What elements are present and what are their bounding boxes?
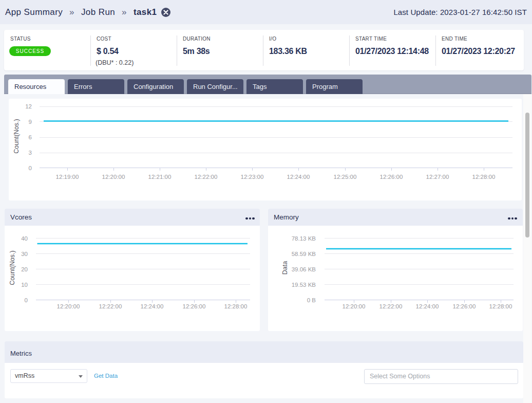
svg-text:6: 6 — [29, 134, 32, 140]
svg-text:12:22:00: 12:22:00 — [195, 174, 218, 180]
svg-text:20: 20 — [21, 266, 28, 272]
svg-text:12:20:00: 12:20:00 — [102, 174, 125, 180]
svg-text:12:20:00: 12:20:00 — [57, 303, 80, 309]
svg-text:12:28:00: 12:28:00 — [224, 303, 248, 309]
svg-text:9: 9 — [29, 119, 32, 125]
svg-text:0: 0 — [25, 297, 28, 303]
svg-text:12:28:00: 12:28:00 — [489, 303, 512, 309]
svg-text:12:26:00: 12:26:00 — [183, 303, 206, 309]
svg-text:12:22:00: 12:22:00 — [379, 303, 403, 309]
svg-text:12:20:00: 12:20:00 — [343, 303, 366, 309]
svg-text:30: 30 — [21, 251, 28, 257]
svg-text:12:23:00: 12:23:00 — [241, 174, 264, 180]
svg-text:12:24:00: 12:24:00 — [287, 174, 310, 180]
svg-text:58.59 KB: 58.59 KB — [292, 251, 316, 257]
svg-text:Count(Nos.): Count(Nos.) — [13, 119, 20, 153]
svg-text:12:24:00: 12:24:00 — [141, 303, 164, 309]
svg-text:12:26:00: 12:26:00 — [380, 174, 403, 180]
svg-text:12:19:00: 12:19:00 — [56, 174, 79, 180]
svg-text:12:27:00: 12:27:00 — [426, 174, 449, 180]
svg-text:0 B: 0 B — [307, 297, 316, 303]
svg-text:Data: Data — [281, 261, 289, 274]
svg-text:78.13 KB: 78.13 KB — [292, 235, 316, 242]
svg-text:40: 40 — [21, 235, 28, 242]
svg-text:19.53 KB: 19.53 KB — [292, 282, 316, 288]
svg-text:12:25:00: 12:25:00 — [334, 174, 357, 180]
svg-text:12:24:00: 12:24:00 — [416, 303, 439, 309]
svg-text:12: 12 — [25, 103, 32, 109]
svg-text:3: 3 — [29, 150, 32, 156]
svg-text:10: 10 — [21, 282, 28, 288]
svg-text:Count(Nos.): Count(Nos.) — [9, 250, 16, 285]
svg-text:12:22:00: 12:22:00 — [99, 303, 122, 309]
svg-text:12:26:00: 12:26:00 — [453, 303, 476, 309]
svg-text:12:28:00: 12:28:00 — [472, 174, 496, 180]
svg-text:12:21:00: 12:21:00 — [148, 174, 172, 180]
svg-text:39.06 KB: 39.06 KB — [292, 266, 316, 272]
svg-text:0: 0 — [29, 165, 32, 171]
